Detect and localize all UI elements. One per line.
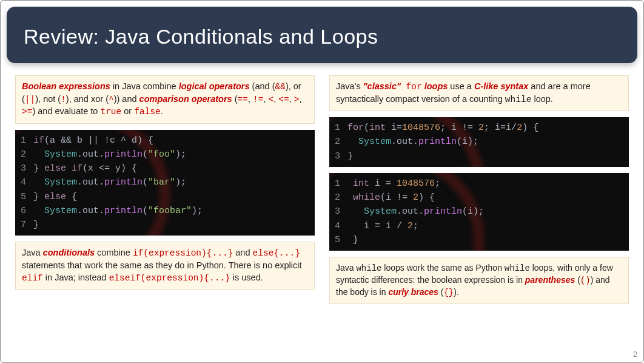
right-code-for: 1for(int i=1048576; i != 2; i=i/2) { 2 S… [329,117,629,167]
right-code-while: 1 int i = 1048576; 2 while(i != 2) { 3 S… [329,173,629,251]
left-code-if-else: 1if(a && b || !c ^ d) { 2 System.out.pri… [15,130,315,236]
slide: Review: Java Conditionals and Loops Bool… [0,0,644,363]
slide-body: Boolean expressions in Java combine logi… [1,63,643,304]
page-number: 2 [633,350,637,359]
right-box-while: Java while loops work the same as Python… [329,257,629,304]
left-column: Boolean expressions in Java combine logi… [15,75,315,290]
slide-title: Review: Java Conditionals and Loops [24,25,620,49]
right-box-for-loops: Java's "classic" for loops use a C-like … [329,75,629,111]
left-box-boolean-expressions: Boolean expressions in Java combine logi… [15,75,315,124]
left-box-conditionals: Java conditionals combine if(expression)… [15,242,315,290]
slide-header: Review: Java Conditionals and Loops [7,7,637,63]
right-column: Java's "classic" for loops use a C-like … [329,75,629,304]
